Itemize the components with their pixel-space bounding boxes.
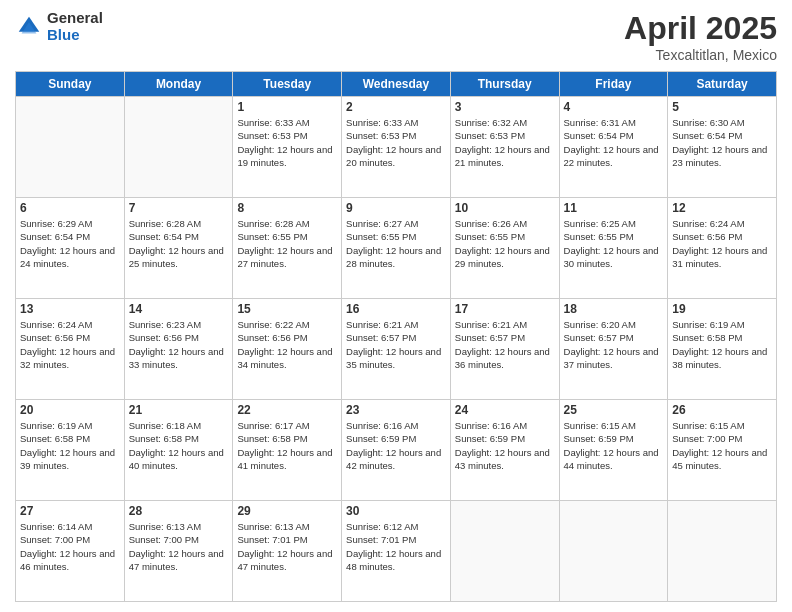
day-number: 21 bbox=[129, 403, 229, 417]
day-info: Sunrise: 6:15 AMSunset: 6:59 PMDaylight:… bbox=[564, 419, 664, 472]
calendar-cell: 20Sunrise: 6:19 AMSunset: 6:58 PMDayligh… bbox=[16, 400, 125, 501]
day-info: Sunrise: 6:24 AMSunset: 6:56 PMDaylight:… bbox=[672, 217, 772, 270]
day-info: Sunrise: 6:24 AMSunset: 6:56 PMDaylight:… bbox=[20, 318, 120, 371]
day-info: Sunrise: 6:23 AMSunset: 6:56 PMDaylight:… bbox=[129, 318, 229, 371]
day-info: Sunrise: 6:14 AMSunset: 7:00 PMDaylight:… bbox=[20, 520, 120, 573]
day-number: 11 bbox=[564, 201, 664, 215]
day-number: 3 bbox=[455, 100, 555, 114]
calendar-cell bbox=[124, 97, 233, 198]
day-info: Sunrise: 6:20 AMSunset: 6:57 PMDaylight:… bbox=[564, 318, 664, 371]
logo-general-text: General bbox=[47, 10, 103, 27]
calendar-week-4: 20Sunrise: 6:19 AMSunset: 6:58 PMDayligh… bbox=[16, 400, 777, 501]
calendar-cell: 27Sunrise: 6:14 AMSunset: 7:00 PMDayligh… bbox=[16, 501, 125, 602]
day-info: Sunrise: 6:25 AMSunset: 6:55 PMDaylight:… bbox=[564, 217, 664, 270]
header: General Blue April 2025 Texcaltitlan, Me… bbox=[15, 10, 777, 63]
weekday-header-thursday: Thursday bbox=[450, 72, 559, 97]
day-number: 7 bbox=[129, 201, 229, 215]
calendar-cell: 26Sunrise: 6:15 AMSunset: 7:00 PMDayligh… bbox=[668, 400, 777, 501]
calendar-table: SundayMondayTuesdayWednesdayThursdayFrid… bbox=[15, 71, 777, 602]
calendar-week-1: 1Sunrise: 6:33 AMSunset: 6:53 PMDaylight… bbox=[16, 97, 777, 198]
month-title: April 2025 bbox=[624, 10, 777, 47]
day-number: 2 bbox=[346, 100, 446, 114]
calendar-cell: 15Sunrise: 6:22 AMSunset: 6:56 PMDayligh… bbox=[233, 299, 342, 400]
calendar-cell bbox=[450, 501, 559, 602]
day-info: Sunrise: 6:27 AMSunset: 6:55 PMDaylight:… bbox=[346, 217, 446, 270]
calendar-cell: 23Sunrise: 6:16 AMSunset: 6:59 PMDayligh… bbox=[342, 400, 451, 501]
calendar-cell: 6Sunrise: 6:29 AMSunset: 6:54 PMDaylight… bbox=[16, 198, 125, 299]
calendar-cell: 28Sunrise: 6:13 AMSunset: 7:00 PMDayligh… bbox=[124, 501, 233, 602]
day-info: Sunrise: 6:21 AMSunset: 6:57 PMDaylight:… bbox=[346, 318, 446, 371]
day-number: 26 bbox=[672, 403, 772, 417]
location: Texcaltitlan, Mexico bbox=[624, 47, 777, 63]
day-number: 12 bbox=[672, 201, 772, 215]
day-info: Sunrise: 6:33 AMSunset: 6:53 PMDaylight:… bbox=[346, 116, 446, 169]
calendar-header: SundayMondayTuesdayWednesdayThursdayFrid… bbox=[16, 72, 777, 97]
calendar-week-2: 6Sunrise: 6:29 AMSunset: 6:54 PMDaylight… bbox=[16, 198, 777, 299]
weekday-header-wednesday: Wednesday bbox=[342, 72, 451, 97]
day-number: 18 bbox=[564, 302, 664, 316]
day-info: Sunrise: 6:16 AMSunset: 6:59 PMDaylight:… bbox=[455, 419, 555, 472]
day-info: Sunrise: 6:31 AMSunset: 6:54 PMDaylight:… bbox=[564, 116, 664, 169]
calendar-cell bbox=[559, 501, 668, 602]
calendar-cell: 3Sunrise: 6:32 AMSunset: 6:53 PMDaylight… bbox=[450, 97, 559, 198]
day-number: 19 bbox=[672, 302, 772, 316]
day-info: Sunrise: 6:22 AMSunset: 6:56 PMDaylight:… bbox=[237, 318, 337, 371]
day-number: 9 bbox=[346, 201, 446, 215]
calendar-cell: 19Sunrise: 6:19 AMSunset: 6:58 PMDayligh… bbox=[668, 299, 777, 400]
day-number: 10 bbox=[455, 201, 555, 215]
day-number: 8 bbox=[237, 201, 337, 215]
calendar-cell: 9Sunrise: 6:27 AMSunset: 6:55 PMDaylight… bbox=[342, 198, 451, 299]
day-number: 28 bbox=[129, 504, 229, 518]
day-info: Sunrise: 6:18 AMSunset: 6:58 PMDaylight:… bbox=[129, 419, 229, 472]
day-info: Sunrise: 6:13 AMSunset: 7:00 PMDaylight:… bbox=[129, 520, 229, 573]
page: General Blue April 2025 Texcaltitlan, Me… bbox=[0, 0, 792, 612]
day-number: 23 bbox=[346, 403, 446, 417]
day-number: 6 bbox=[20, 201, 120, 215]
day-info: Sunrise: 6:12 AMSunset: 7:01 PMDaylight:… bbox=[346, 520, 446, 573]
logo-text: General Blue bbox=[47, 10, 103, 43]
calendar-cell: 10Sunrise: 6:26 AMSunset: 6:55 PMDayligh… bbox=[450, 198, 559, 299]
day-number: 5 bbox=[672, 100, 772, 114]
day-number: 14 bbox=[129, 302, 229, 316]
calendar-cell: 2Sunrise: 6:33 AMSunset: 6:53 PMDaylight… bbox=[342, 97, 451, 198]
day-info: Sunrise: 6:28 AMSunset: 6:55 PMDaylight:… bbox=[237, 217, 337, 270]
calendar-cell: 24Sunrise: 6:16 AMSunset: 6:59 PMDayligh… bbox=[450, 400, 559, 501]
calendar-cell: 30Sunrise: 6:12 AMSunset: 7:01 PMDayligh… bbox=[342, 501, 451, 602]
weekday-header-row: SundayMondayTuesdayWednesdayThursdayFrid… bbox=[16, 72, 777, 97]
logo: General Blue bbox=[15, 10, 103, 43]
day-info: Sunrise: 6:13 AMSunset: 7:01 PMDaylight:… bbox=[237, 520, 337, 573]
calendar-body: 1Sunrise: 6:33 AMSunset: 6:53 PMDaylight… bbox=[16, 97, 777, 602]
calendar-cell: 21Sunrise: 6:18 AMSunset: 6:58 PMDayligh… bbox=[124, 400, 233, 501]
calendar-cell: 8Sunrise: 6:28 AMSunset: 6:55 PMDaylight… bbox=[233, 198, 342, 299]
day-number: 17 bbox=[455, 302, 555, 316]
day-number: 29 bbox=[237, 504, 337, 518]
calendar-cell: 29Sunrise: 6:13 AMSunset: 7:01 PMDayligh… bbox=[233, 501, 342, 602]
day-number: 22 bbox=[237, 403, 337, 417]
calendar-cell: 5Sunrise: 6:30 AMSunset: 6:54 PMDaylight… bbox=[668, 97, 777, 198]
calendar-cell bbox=[668, 501, 777, 602]
calendar-cell: 7Sunrise: 6:28 AMSunset: 6:54 PMDaylight… bbox=[124, 198, 233, 299]
weekday-header-saturday: Saturday bbox=[668, 72, 777, 97]
logo-blue-text: Blue bbox=[47, 27, 103, 44]
day-number: 30 bbox=[346, 504, 446, 518]
weekday-header-monday: Monday bbox=[124, 72, 233, 97]
day-number: 13 bbox=[20, 302, 120, 316]
day-info: Sunrise: 6:17 AMSunset: 6:58 PMDaylight:… bbox=[237, 419, 337, 472]
logo-icon bbox=[15, 13, 43, 41]
day-number: 20 bbox=[20, 403, 120, 417]
day-number: 4 bbox=[564, 100, 664, 114]
calendar-cell: 12Sunrise: 6:24 AMSunset: 6:56 PMDayligh… bbox=[668, 198, 777, 299]
calendar-cell: 11Sunrise: 6:25 AMSunset: 6:55 PMDayligh… bbox=[559, 198, 668, 299]
calendar-cell: 14Sunrise: 6:23 AMSunset: 6:56 PMDayligh… bbox=[124, 299, 233, 400]
weekday-header-sunday: Sunday bbox=[16, 72, 125, 97]
day-number: 16 bbox=[346, 302, 446, 316]
day-info: Sunrise: 6:26 AMSunset: 6:55 PMDaylight:… bbox=[455, 217, 555, 270]
calendar-cell: 22Sunrise: 6:17 AMSunset: 6:58 PMDayligh… bbox=[233, 400, 342, 501]
calendar-cell: 1Sunrise: 6:33 AMSunset: 6:53 PMDaylight… bbox=[233, 97, 342, 198]
calendar-cell: 4Sunrise: 6:31 AMSunset: 6:54 PMDaylight… bbox=[559, 97, 668, 198]
day-number: 1 bbox=[237, 100, 337, 114]
calendar-week-3: 13Sunrise: 6:24 AMSunset: 6:56 PMDayligh… bbox=[16, 299, 777, 400]
calendar-cell: 25Sunrise: 6:15 AMSunset: 6:59 PMDayligh… bbox=[559, 400, 668, 501]
day-number: 15 bbox=[237, 302, 337, 316]
day-info: Sunrise: 6:32 AMSunset: 6:53 PMDaylight:… bbox=[455, 116, 555, 169]
